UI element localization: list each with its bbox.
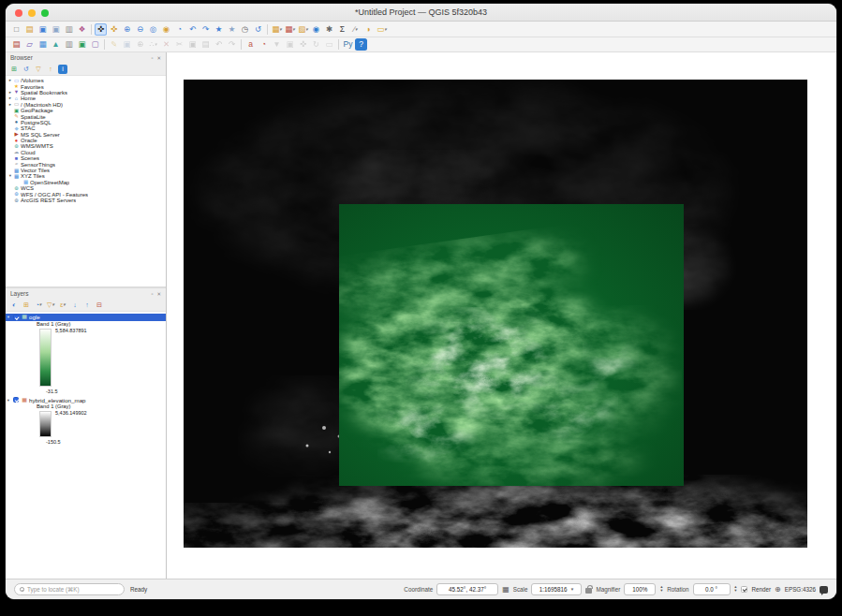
change-label[interactable]: ▭ xyxy=(323,38,335,51)
toggle-editing[interactable]: ✎ xyxy=(108,38,120,51)
delete-selected[interactable]: ✕ xyxy=(160,38,172,51)
python-console[interactable]: Py xyxy=(342,38,354,51)
manage-map-themes[interactable]: ◔▾ xyxy=(34,301,43,310)
select-by-value[interactable]: ▧▾ xyxy=(297,23,309,36)
rotate-label[interactable]: ↻ xyxy=(310,38,322,51)
new-spatial-bookmark[interactable]: ★ xyxy=(213,23,225,36)
layer-row-ogle[interactable]: ▾ ▦ ogle xyxy=(6,314,166,321)
separator[interactable] xyxy=(104,39,105,50)
add-raster-layer[interactable]: ▦ xyxy=(37,38,49,51)
separator[interactable] xyxy=(91,24,92,35)
remove-layer[interactable]: ⊟ xyxy=(95,301,104,310)
save-layer-edits[interactable]: ▣ xyxy=(121,38,133,51)
save-project[interactable]: ▣ xyxy=(37,23,49,36)
undo[interactable]: ↶ xyxy=(213,38,225,51)
layer-row-hybrid-elevation-map[interactable]: ▾ ▦ hybrid_elevation_map xyxy=(6,397,166,404)
statistical-summary[interactable]: Σ xyxy=(336,23,348,36)
separator[interactable] xyxy=(241,39,242,50)
new-geopackage-layer[interactable]: ▣ xyxy=(76,38,88,51)
magnifier-input[interactable]: 100% xyxy=(624,583,656,595)
zoom-next[interactable]: ↷ xyxy=(199,23,212,36)
redo[interactable]: ↷ xyxy=(226,38,238,51)
close-panel-icon[interactable]: ✕ xyxy=(156,291,161,297)
crs-globe-icon[interactable]: ⊕ xyxy=(775,586,781,594)
messages-icon[interactable] xyxy=(820,586,828,594)
copy-features[interactable]: ▣ xyxy=(186,38,199,51)
add-selected-layers[interactable]: ⊞ xyxy=(9,65,19,74)
paste-features[interactable]: ▤ xyxy=(199,38,212,51)
pin-labels[interactable]: ▼ xyxy=(271,38,283,51)
browser-item-arcgis-rest[interactable]: ⊚ ArcGIS REST Servers xyxy=(6,198,166,203)
coordinate-input[interactable]: 45.52°, 42.37° xyxy=(436,583,498,595)
select-features[interactable]: ▦▾ xyxy=(271,23,283,36)
show-layout-manager[interactable]: ❖ xyxy=(76,23,88,36)
zoom-to-layers[interactable]: ◔ xyxy=(173,23,185,36)
zoom-out[interactable]: ⊖ xyxy=(134,23,146,36)
minimize-window-button[interactable] xyxy=(28,9,36,17)
expand-all[interactable]: ↓ xyxy=(70,301,80,310)
zoom-in[interactable]: ⊕ xyxy=(121,23,133,36)
expander-icon[interactable]: ▾ xyxy=(6,397,11,403)
show-spatial-bookmarks[interactable]: ★ xyxy=(226,23,238,36)
zoom-window-button[interactable] xyxy=(41,9,49,17)
close-panel-icon[interactable]: ✕ xyxy=(156,55,161,61)
new-print-layout[interactable]: ▥ xyxy=(63,23,75,36)
new-shapefile-layer[interactable]: ▢ xyxy=(89,38,101,51)
measure[interactable]: ∕▾ xyxy=(349,23,362,36)
help-contents[interactable]: ? xyxy=(355,38,367,51)
browser-properties[interactable]: i xyxy=(58,65,67,74)
vertex-tool[interactable]: ∴▾ xyxy=(147,38,159,51)
identify-features[interactable]: ◉ xyxy=(310,23,322,36)
expander-icon[interactable]: ▾ xyxy=(6,314,11,320)
locator-search-input[interactable]: Type to locate (⌘K) xyxy=(14,583,125,595)
filter-browser[interactable]: ▽ xyxy=(34,65,43,74)
map-canvas[interactable] xyxy=(167,52,836,579)
separator[interactable] xyxy=(338,39,339,50)
cut-features[interactable]: ✂ xyxy=(173,38,185,51)
pan-map[interactable]: ✜ xyxy=(95,23,107,36)
float-panel-icon[interactable]: ▫ xyxy=(151,55,153,61)
add-vector-layer[interactable]: ▱ xyxy=(23,38,36,51)
filter-by-expression[interactable]: ε▾ xyxy=(58,301,67,310)
data-source-manager[interactable]: ▤ xyxy=(10,38,22,51)
layer-visibility-checkbox[interactable] xyxy=(13,315,19,320)
title-bar[interactable]: *Untitled Project — QGIS 5f320b43 xyxy=(6,4,836,22)
new-project[interactable]: □ xyxy=(10,23,22,36)
rotation-stepper[interactable]: ▲▼ xyxy=(734,586,738,593)
add-group[interactable]: ⊞ xyxy=(22,301,31,310)
close-window-button[interactable] xyxy=(15,9,22,17)
layer-diagram[interactable]: ◔ xyxy=(258,38,270,51)
render-checkbox[interactable] xyxy=(741,586,747,593)
zoom-last[interactable]: ↶ xyxy=(186,23,199,36)
collapse-all[interactable]: ↑ xyxy=(82,301,92,310)
filter-legend[interactable]: ▽▾ xyxy=(46,301,55,310)
refresh-browser[interactable]: ↺ xyxy=(22,65,31,74)
open-project[interactable]: ▤ xyxy=(23,23,36,36)
run-feature-action[interactable]: ✱ xyxy=(323,23,335,36)
open-layer-styling[interactable]: ◐ xyxy=(9,301,19,310)
refresh-map[interactable]: ↺ xyxy=(252,23,264,36)
add-feature[interactable]: ⊕ xyxy=(134,38,146,51)
add-delimited-text-layer[interactable]: ▥ xyxy=(63,38,75,51)
zoom-to-selection[interactable]: ◉ xyxy=(160,23,172,36)
new-annotation[interactable]: ▭▾ xyxy=(376,23,388,36)
float-panel-icon[interactable]: ▫ xyxy=(151,291,153,297)
extent-icon[interactable]: ▦ xyxy=(502,586,510,594)
lock-scale-icon[interactable] xyxy=(585,588,592,594)
collapse-all[interactable]: ↑ xyxy=(46,65,55,74)
layer-visibility-checkbox[interactable] xyxy=(13,397,19,403)
magnifier-stepper[interactable]: ▲▼ xyxy=(659,586,663,593)
layer-labeling[interactable]: a xyxy=(244,38,257,51)
add-mesh-layer[interactable]: ▲ xyxy=(50,38,62,51)
highlight-pinned-labels[interactable]: ▣ xyxy=(284,38,296,51)
scale-combobox[interactable]: 1:1695816▼ xyxy=(531,583,582,595)
map-tips[interactable]: ◗ xyxy=(362,23,375,36)
temporal-controller[interactable]: ◷ xyxy=(239,23,251,36)
save-project-as[interactable]: ▣ xyxy=(50,23,62,36)
pan-to-selection[interactable]: ✜ xyxy=(108,23,120,36)
rotation-input[interactable]: 0.0 ° xyxy=(693,583,731,595)
separator[interactable] xyxy=(267,24,268,35)
move-label[interactable]: ✜ xyxy=(297,38,309,51)
zoom-full[interactable]: ◎ xyxy=(147,23,159,36)
deselect-features[interactable]: ▦▾ xyxy=(284,23,296,36)
